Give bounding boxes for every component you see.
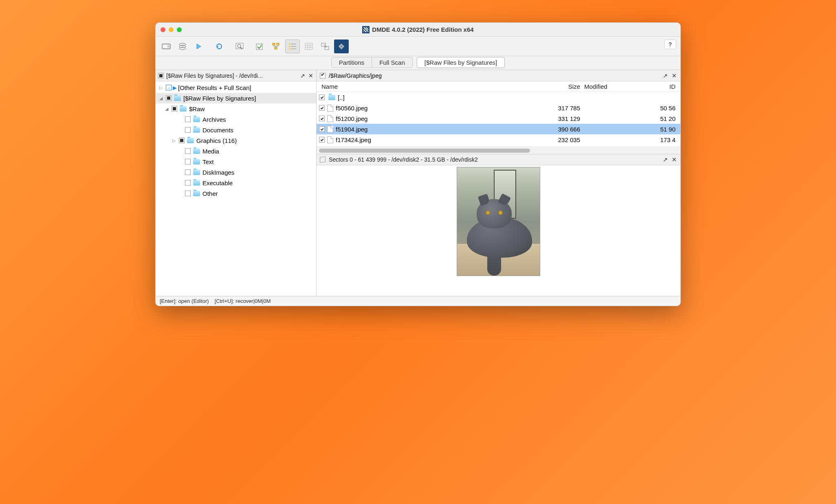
- tree-other[interactable]: Other: [156, 188, 316, 199]
- checkbox-icon[interactable]: [185, 116, 191, 122]
- tree-raw-signatures[interactable]: ◢ [$Raw Files by Signatures]: [156, 93, 316, 103]
- checkbox-icon[interactable]: [319, 126, 325, 132]
- checkbox-icon[interactable]: [166, 95, 172, 101]
- expand-icon[interactable]: ↗: [662, 157, 668, 162]
- horizontal-scrollbar[interactable]: [317, 147, 680, 154]
- checkbox-icon[interactable]: [319, 137, 325, 142]
- disk-list-button[interactable]: [175, 39, 190, 53]
- svg-line-7: [240, 47, 242, 49]
- svg-rect-5: [236, 43, 243, 49]
- tree-other-results[interactable]: ▷ → ▶ [Other Results + Full Scan]: [156, 82, 316, 93]
- checkbox-icon[interactable]: [319, 94, 325, 100]
- file-path: /$Raw/Graphics/jpeg: [329, 72, 659, 79]
- status-bar: [Enter]: open (Editor) [Ctrl+U]: recover…: [156, 296, 680, 306]
- checkbox-icon[interactable]: [185, 159, 191, 164]
- tree-raw[interactable]: ◢ $Raw: [156, 103, 316, 114]
- titlebar: DMDE 4.0.2 (2022) Free Edition x64: [156, 23, 680, 37]
- app-window: DMDE 4.0.2 (2022) Free Edition x64: [155, 22, 681, 306]
- play-button[interactable]: [191, 39, 206, 53]
- file-panel: /$Raw/Graphics/jpeg ↗ ✕ Name Size Modifi…: [317, 70, 680, 296]
- tree-label: DiskImages: [202, 169, 234, 176]
- open-disk-button[interactable]: [159, 39, 174, 53]
- folder-icon: [193, 127, 200, 133]
- file-row[interactable]: f50560.jpeg317 78550 56: [317, 103, 680, 113]
- tree-view-button[interactable]: [269, 39, 284, 53]
- checkbox-icon[interactable]: [172, 106, 177, 112]
- app-logo-icon: [362, 26, 370, 33]
- tree-label: $Raw: [189, 105, 205, 112]
- tree-documents[interactable]: Documents: [156, 125, 316, 135]
- tree-media[interactable]: Media: [156, 146, 316, 156]
- list-view-button[interactable]: [285, 39, 300, 53]
- apply-new-button[interactable]: [253, 39, 267, 53]
- svg-rect-12: [289, 44, 290, 45]
- window-title: DMDE 4.0.2 (2022) Free Edition x64: [156, 26, 680, 33]
- close-icon[interactable]: ✕: [671, 73, 677, 79]
- checkbox-icon[interactable]: [185, 127, 191, 133]
- tree-diskimages[interactable]: DiskImages: [156, 167, 316, 177]
- folder-icon: [180, 106, 187, 112]
- tree-header-checkbox[interactable]: [158, 73, 164, 79]
- status-recover: [Ctrl+U]: recover|0M|0M: [215, 298, 271, 304]
- file-size: 232 035: [535, 136, 584, 143]
- tab-group: Partitions Full Scan: [331, 57, 413, 68]
- tab-raw-signatures[interactable]: [$Raw Files by Signatures]: [417, 57, 505, 68]
- tree-label: [Other Results + Full Scan]: [178, 84, 251, 91]
- checkbox-icon[interactable]: [185, 148, 191, 154]
- file-row-parent[interactable]: [..]: [317, 92, 680, 103]
- tree-label: Documents: [202, 127, 233, 134]
- file-icon: [327, 105, 333, 112]
- svg-rect-24: [325, 46, 329, 50]
- tree-graphics[interactable]: ▷ Graphics (116): [156, 135, 316, 146]
- file-row[interactable]: f51904.jpeg390 66651 90: [317, 124, 680, 134]
- file-name: f51200.jpeg: [336, 115, 535, 122]
- file-row[interactable]: f51200.jpeg331 12951 20: [317, 113, 680, 124]
- col-id[interactable]: ID: [645, 83, 678, 90]
- folder-icon: [174, 96, 181, 101]
- folder-icon: [193, 180, 200, 186]
- window-title-text: DMDE 4.0.2 (2022) Free Edition x64: [372, 26, 473, 33]
- grid-view-button[interactable]: [301, 39, 316, 53]
- svg-rect-10: [277, 43, 279, 45]
- recover-button[interactable]: [318, 39, 332, 53]
- checkbox-icon[interactable]: [179, 138, 185, 143]
- file-name: f51904.jpeg: [336, 126, 535, 133]
- file-panel-header: /$Raw/Graphics/jpeg ↗ ✕: [317, 70, 680, 81]
- svg-rect-9: [273, 43, 275, 45]
- col-modified[interactable]: Modified: [584, 83, 645, 90]
- dmde-logo-button[interactable]: [334, 39, 349, 53]
- tree-panel-header: [$Raw Files by Signatures] - /dev/rdi...…: [156, 70, 316, 81]
- file-row[interactable]: f173424.jpeg232 035173 4: [317, 134, 680, 145]
- file-id: 51 90: [645, 126, 678, 133]
- expand-icon[interactable]: ↗: [662, 73, 668, 79]
- refresh-button[interactable]: [212, 39, 227, 53]
- file-size: 331 129: [535, 115, 584, 122]
- preview-image: [457, 167, 540, 276]
- tree-panel: [$Raw Files by Signatures] - /dev/rdi...…: [156, 70, 317, 296]
- checkbox-icon[interactable]: [185, 191, 191, 196]
- help-button[interactable]: ?: [664, 39, 676, 49]
- tree-text[interactable]: Text: [156, 156, 316, 167]
- tab-full-scan[interactable]: Full Scan: [372, 57, 412, 68]
- col-name[interactable]: Name: [319, 83, 535, 90]
- file-header-checkbox[interactable]: [320, 73, 326, 79]
- tree-executable[interactable]: Executable: [156, 177, 316, 188]
- checkbox-icon[interactable]: [185, 180, 191, 186]
- preview-body: [317, 165, 680, 296]
- folder-icon: [328, 95, 335, 100]
- col-size[interactable]: Size: [535, 83, 584, 90]
- svg-rect-1: [167, 45, 169, 48]
- tree-label: Executable: [202, 180, 233, 186]
- checkbox-icon[interactable]: [319, 105, 325, 111]
- close-icon[interactable]: ✕: [671, 157, 677, 162]
- expand-icon[interactable]: ↗: [300, 73, 306, 79]
- folder-icon: [193, 159, 200, 164]
- close-panel-icon[interactable]: ✕: [308, 73, 314, 79]
- file-id: 51 20: [645, 115, 678, 122]
- tree-archives[interactable]: Archives: [156, 114, 316, 125]
- preview-title: Sectors 0 - 61 439 999 - /dev/rdisk2 - 3…: [329, 156, 659, 163]
- search-sectors-button[interactable]: [232, 39, 247, 53]
- tab-partitions[interactable]: Partitions: [332, 57, 372, 68]
- checkbox-icon[interactable]: [185, 169, 191, 175]
- checkbox-icon[interactable]: [319, 116, 325, 121]
